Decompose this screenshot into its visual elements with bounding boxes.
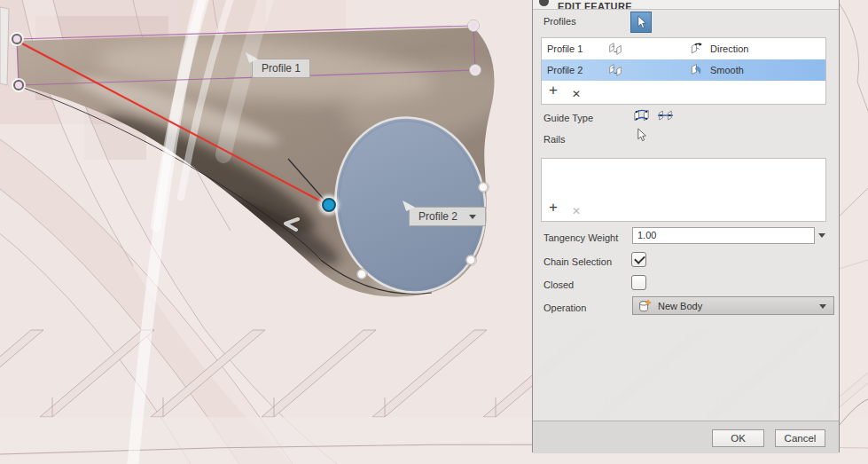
profiles-list: Profile 1 Direction Profile 2 [541, 37, 826, 105]
remove-rail-button[interactable]: ✕ [572, 205, 581, 217]
cursor-icon [636, 15, 647, 30]
profile-row-1[interactable]: Profile 1 Direction [542, 38, 825, 59]
smooth-continuity-icon[interactable] [689, 62, 704, 77]
closed-checkbox[interactable] [631, 275, 646, 290]
guide-centerline-icon[interactable] [656, 108, 674, 124]
guide-rails-icon[interactable] [632, 107, 651, 125]
profile-sketch-icon [607, 41, 623, 57]
cancel-button[interactable]: Cancel [775, 429, 825, 447]
rails-select-cursor-icon[interactable] [636, 128, 647, 143]
closed-label: Closed [543, 279, 574, 291]
operation-value: New Body [658, 297, 702, 315]
tangency-weight-label: Tangency Weight [543, 232, 618, 244]
profile2-tag-label: Profile 2 [418, 210, 457, 223]
profiles-select-button[interactable] [630, 12, 652, 33]
chain-selection-checkbox[interactable] [631, 252, 646, 267]
feature-bullet-icon [539, 0, 549, 6]
dialog-title: EDIT FEATURE [558, 0, 632, 10]
selected-point-handle[interactable] [319, 195, 339, 215]
profile-row-continuity[interactable]: Smooth [710, 59, 744, 81]
profile1-tag[interactable]: Profile 1 [252, 59, 310, 78]
dialog-footer: OK Cancel [533, 421, 839, 453]
rails-label: Rails [543, 133, 565, 145]
add-rail-button[interactable]: + [549, 201, 558, 214]
direction-continuity-icon[interactable] [689, 41, 704, 56]
operation-label: Operation [543, 302, 586, 314]
edit-feature-dialog: EDIT FEATURE Profiles Profile 1 [532, 0, 840, 452]
add-profile-button[interactable]: + [549, 84, 558, 97]
guide-type-label: Guide Type [543, 112, 593, 124]
rails-list[interactable]: + ✕ [541, 158, 826, 222]
profiles-label: Profiles [543, 15, 576, 28]
chevron-down-icon [819, 304, 826, 309]
operation-dropdown[interactable]: New Body [632, 296, 834, 315]
profile2-tag[interactable]: Profile 2 [409, 207, 486, 226]
ok-button[interactable]: OK [712, 429, 764, 447]
profile-row-name: Profile 2 [547, 59, 583, 81]
profile-row-2-selected[interactable]: Profile 2 Smooth [542, 59, 825, 81]
profile-row-continuity[interactable]: Direction [710, 38, 748, 59]
chevron-down-icon[interactable] [469, 215, 476, 219]
check-icon [634, 253, 645, 264]
chain-selection-label: Chain Selection [543, 256, 612, 268]
app-window: Profile 1 Profile 2 EDIT FEATURE Profile… [0, 0, 868, 464]
profile-row-name: Profile 1 [547, 38, 583, 59]
new-body-icon [637, 299, 652, 313]
profile1-tag-label: Profile 1 [262, 62, 301, 75]
remove-profile-button[interactable]: ✕ [572, 88, 581, 100]
dialog-header[interactable]: EDIT FEATURE [533, 0, 839, 10]
tangency-weight-input[interactable]: 1.00 [632, 227, 815, 244]
profile-sketch-icon [607, 62, 623, 78]
tangency-weight-dropdown-icon[interactable] [818, 233, 825, 238]
